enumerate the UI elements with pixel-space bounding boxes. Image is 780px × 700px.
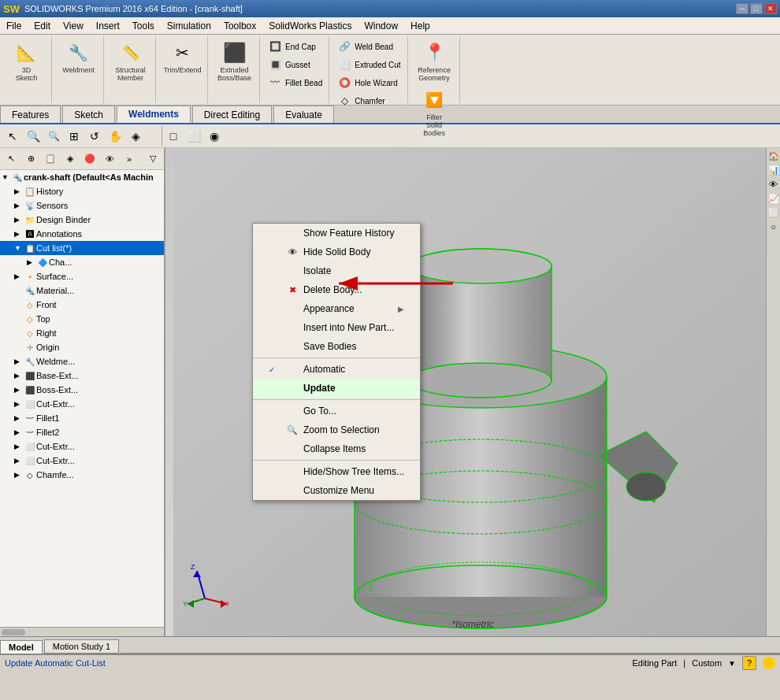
- ctx-insert-new-part[interactable]: Insert into New Part...: [253, 318, 420, 337]
- title-bar-controls[interactable]: ─ □ ✕: [736, 3, 777, 14]
- weldment-icon: 🔧: [66, 40, 91, 65]
- tree-item-top[interactable]: ◇ Top: [0, 312, 164, 326]
- tree-item-weldme[interactable]: ▶ 🔧 Weldme...: [0, 354, 164, 369]
- ctx-zoom-to-selection[interactable]: 🔍 Zoom to Selection: [253, 420, 420, 439]
- tree-item-boss-ext[interactable]: ▶ ⬛ Boss-Ext...: [0, 383, 164, 397]
- menu-solidworks-plastics[interactable]: SolidWorks Plastics: [262, 17, 358, 34]
- menu-insert[interactable]: Insert: [90, 17, 126, 34]
- tree-tool-2[interactable]: ⊕: [21, 150, 40, 169]
- ctx-customize-menu[interactable]: Customize Menu: [253, 481, 420, 500]
- menu-edit[interactable]: Edit: [28, 17, 57, 34]
- ribbon-btn-trim-extend[interactable]: ✂ Trim/Extend: [161, 38, 204, 77]
- ctx-go-to[interactable]: Go To...: [253, 402, 420, 420]
- tree-hscroll[interactable]: [0, 627, 164, 636]
- tree-item-material[interactable]: 🔩 Material...: [0, 283, 164, 298]
- ribbon-btn-extruded-boss[interactable]: ⬛ ExtrudedBoss/Base: [213, 38, 256, 85]
- tree-item-cut-extr3[interactable]: ▶ ⬜ Cut-Extr...: [0, 454, 164, 468]
- tab-weldments[interactable]: Weldments: [117, 106, 191, 123]
- status-help-button[interactable]: ?: [742, 656, 756, 670]
- chamfer-child-icon: 🔷: [36, 256, 49, 269]
- menu-help[interactable]: Help: [404, 17, 436, 34]
- close-button[interactable]: ✕: [764, 3, 777, 14]
- minimize-button[interactable]: ─: [736, 3, 748, 14]
- viewport[interactable]: Show Feature History 👁 Hide Solid Body I…: [165, 148, 780, 636]
- tree-item-front[interactable]: ◇ Front: [0, 298, 164, 312]
- vp-tool-home[interactable]: 🏠: [767, 150, 780, 162]
- tab-evaluate[interactable]: Evaluate: [273, 106, 334, 123]
- tool-zoom-in[interactable]: 🔍: [24, 127, 43, 146]
- ribbon-btn-filter-solid-bodies[interactable]: 🔽 FilterSolidBodies: [413, 85, 456, 140]
- tree-item-cut-extr1[interactable]: ▶ ⬜ Cut-Extr...: [0, 397, 164, 411]
- tree-tool-6[interactable]: 👁: [100, 150, 119, 169]
- vp-tool-view[interactable]: 👁: [767, 178, 780, 191]
- tree-item-annotations[interactable]: ▶ 🅰 Annotations: [0, 227, 164, 241]
- tree-item-fillet1[interactable]: ▶ 〰 Fillet1: [0, 411, 164, 425]
- tree-filter[interactable]: ▽: [143, 150, 162, 169]
- tree-item-history[interactable]: ▶ 📋 History: [0, 184, 164, 198]
- vp-tool-circle[interactable]: ○: [767, 220, 780, 233]
- ribbon-btn-extruded-cut[interactable]: ⬜ Extruded Cut: [334, 56, 403, 73]
- ribbon-btn-weldment[interactable]: 🔧 Weldment: [57, 38, 100, 77]
- bottom-tab-motion-study[interactable]: Motion Study 1: [44, 639, 119, 654]
- ctx-save-bodies[interactable]: Save Bodies: [253, 337, 420, 356]
- tree-item-base-ext[interactable]: ▶ ⬛ Base-Ext...: [0, 369, 164, 383]
- ribbon-btn-3d-sketch[interactable]: 📐 3DSketch: [5, 38, 48, 85]
- menu-toolbox[interactable]: Toolbox: [217, 17, 262, 34]
- tool-pan[interactable]: ✋: [106, 127, 124, 146]
- ctx-appearance[interactable]: Appearance ▶: [253, 299, 420, 318]
- menu-simulation[interactable]: Simulation: [161, 17, 217, 34]
- tree-tool-4[interactable]: ◈: [61, 150, 80, 169]
- ribbon-btn-reference-geometry[interactable]: 📍 ReferenceGeometry: [413, 38, 456, 85]
- svg-text:Z: Z: [191, 563, 195, 571]
- ribbon-btn-chamfer[interactable]: ◇ Chamfer: [334, 92, 403, 109]
- ribbon-btn-weld-bead[interactable]: 🔗 Weld Bead: [334, 38, 403, 55]
- ribbon-btn-structural-member[interactable]: 📏 StructuralMember: [109, 38, 152, 85]
- tree-tool-1[interactable]: ↖: [2, 150, 20, 169]
- tool-section[interactable]: ◉: [205, 127, 224, 146]
- status-dropdown-arrow[interactable]: ▼: [728, 659, 736, 668]
- tab-sketch[interactable]: Sketch: [62, 106, 115, 123]
- ctx-show-feature-history[interactable]: Show Feature History: [253, 224, 420, 243]
- ctx-update[interactable]: Update: [253, 379, 420, 398]
- tree-item-origin[interactable]: ✛ Origin: [0, 340, 164, 354]
- tree-item-design-binder[interactable]: ▶ 📁 Design Binder: [0, 213, 164, 227]
- ctx-collapse-items[interactable]: Collapse Items: [253, 439, 420, 458]
- vp-tool-chart[interactable]: 📊: [767, 164, 780, 176]
- tree-item-chamfe[interactable]: ▶ ◇ Chamfe...: [0, 468, 164, 482]
- tree-root[interactable]: ▼ 🔩 crank-shaft (Default<As Machin: [0, 170, 164, 184]
- bottom-tab-model[interactable]: Model: [0, 640, 43, 654]
- tree-item-cut-list[interactable]: ▼ 📋 Cut list(*): [0, 241, 164, 255]
- tool-view-options[interactable]: □: [164, 127, 183, 146]
- menu-view[interactable]: View: [57, 17, 90, 34]
- ribbon-btn-gusset[interactable]: 🔳 Gusset: [265, 56, 325, 73]
- tree-item-right[interactable]: ◇ Right: [0, 326, 164, 340]
- ribbon-btn-end-cap[interactable]: 🔲 End Cap: [265, 38, 325, 55]
- tree-tool-5[interactable]: 🔴: [80, 150, 99, 169]
- tree-tool-3[interactable]: 📋: [41, 150, 60, 169]
- tree-tool-more[interactable]: »: [120, 150, 139, 169]
- ribbon-btn-hole-wizard[interactable]: ⭕ Hole Wizard: [334, 74, 403, 91]
- tool-zoom-fit[interactable]: ⊞: [65, 127, 84, 146]
- tool-zoom-out[interactable]: 🔍: [44, 127, 63, 146]
- ribbon-btn-fillet-bead[interactable]: 〰 Fillet Bead: [265, 74, 325, 91]
- tree-item-fillet2[interactable]: ▶ 〰 Fillet2: [0, 425, 164, 439]
- menu-window[interactable]: Window: [358, 17, 404, 34]
- tool-dynamic-mirror[interactable]: ◈: [126, 127, 145, 146]
- tree-item-cut-extr2[interactable]: ▶ ⬜ Cut-Extr...: [0, 439, 164, 454]
- maximize-button[interactable]: □: [750, 3, 763, 14]
- tree-item-surface[interactable]: ▶ 🔸 Surface...: [0, 269, 164, 283]
- tree-item-chamfer-child[interactable]: ▶ 🔷 Cha...: [0, 255, 164, 269]
- tool-display[interactable]: ⬜: [184, 127, 203, 146]
- tool-select[interactable]: ↖: [3, 127, 22, 146]
- ctx-hide-show-tree[interactable]: Hide/Show Tree Items...: [253, 462, 420, 481]
- tab-features[interactable]: Features: [0, 106, 61, 123]
- ctx-hide-solid-body[interactable]: 👁 Hide Solid Body: [253, 243, 420, 261]
- vp-tool-graph[interactable]: 📈: [767, 192, 780, 205]
- tab-direct-editing[interactable]: Direct Editing: [192, 106, 272, 123]
- vp-tool-box[interactable]: ⬜: [767, 206, 780, 219]
- menu-file[interactable]: File: [0, 17, 28, 34]
- ctx-automatic[interactable]: ✓ Automatic: [253, 360, 420, 379]
- tree-item-sensors[interactable]: ▶ 📡 Sensors: [0, 198, 164, 213]
- menu-tools[interactable]: Tools: [126, 17, 161, 34]
- tool-rotate[interactable]: ↺: [85, 127, 104, 146]
